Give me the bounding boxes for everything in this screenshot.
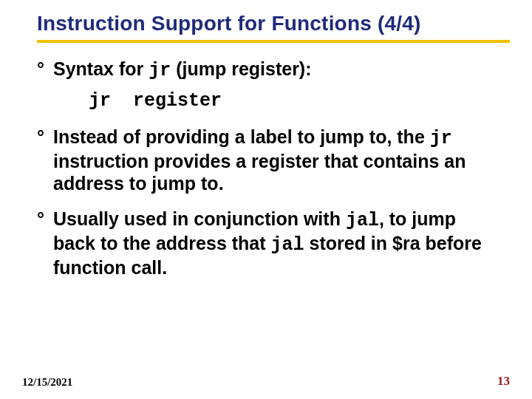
bullet-2-pre: Instead of providing a label to jump to,… [53,126,430,147]
bullet-2: Instead of providing a label to jump to,… [37,126,495,194]
bullet-1-code: jr [149,60,171,81]
footer-date: 12/15/2021 [22,376,72,389]
bullet-1-sub-code2: register [133,90,222,112]
bullet-1-text: Syntax for jr (jump register): [37,58,495,82]
bullet-2-text: Instead of providing a label to jump to,… [37,126,495,194]
bullet-3-text: Usually used in conjunction with jal, to… [37,208,495,279]
slide-body: Syntax for jr (jump register): jr regist… [37,58,495,292]
slide: Instruction Support for Functions (4/4) … [0,0,532,399]
bullet-1-pre: Syntax for [53,58,149,79]
bullet-3-pre: Usually used in conjunction with [53,208,346,229]
slide-title: Instruction Support for Functions (4/4) [37,12,510,43]
bullet-2-post: instruction provides a register that con… [53,151,466,194]
bullet-1-sub: jr register [89,88,495,112]
bullet-3: Usually used in conjunction with jal, to… [37,208,495,279]
bullet-2-code: jr [430,128,452,149]
bullet-3-code2: jal [271,234,304,256]
bullet-1: Syntax for jr (jump register): jr regist… [37,58,495,112]
bullet-1-sub-code1: jr [89,90,111,112]
bullet-3-code1: jal [346,210,379,231]
footer-page-number: 13 [497,374,510,389]
bullet-1-post: (jump register): [171,58,311,79]
bullet-1-sub-gap [111,90,133,112]
